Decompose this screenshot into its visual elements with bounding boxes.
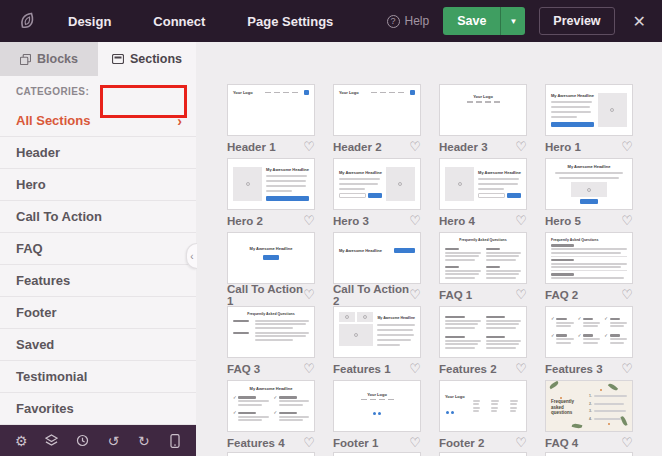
section-thumbnail-features-1[interactable]: My Awesome Headline — [333, 306, 421, 358]
section-thumbnail-header-3[interactable]: Your Logo — [439, 84, 527, 136]
category-label: Call To Action — [16, 209, 102, 224]
section-item-features-1: My Awesome Headline Features 1 ♡ — [333, 306, 421, 375]
section-item-header-1: Your Logo Header 1 ♡ — [227, 84, 315, 153]
section-thumbnail-hero-1[interactable]: My Awesome Headline — [545, 84, 633, 136]
section-thumbnail-faq-4[interactable]: Frequently asked questions 1. 2. 3. 4. — [545, 380, 633, 432]
favorite-heart-icon[interactable]: ♡ — [409, 436, 421, 449]
section-item-hero-4: My Awesome Headline Hero 4 ♡ — [439, 158, 527, 227]
section-thumbnail-faq-1[interactable]: Frequently Asked Questions — [439, 232, 527, 284]
favorite-heart-icon[interactable]: ♡ — [621, 436, 633, 449]
section-label: Header 1 — [227, 141, 276, 153]
section-label: Features 3 — [545, 363, 603, 375]
favorite-heart-icon[interactable]: ♡ — [621, 214, 633, 227]
topnav-connect[interactable]: Connect — [153, 14, 205, 29]
favorite-heart-icon[interactable]: ♡ — [621, 288, 633, 301]
favorite-heart-icon[interactable]: ♡ — [515, 214, 527, 227]
category-label: FAQ — [16, 241, 43, 256]
section-item-hero-3: My Awesome Headline Hero 3 ♡ — [333, 158, 421, 227]
section-thumbnail-footer-1[interactable]: Your Logo — [333, 380, 421, 432]
section-label: Features 2 — [439, 363, 497, 375]
section-thumbnail-footer-2[interactable]: Your Logo — [439, 380, 527, 432]
section-thumbnail-features-2[interactable] — [439, 306, 527, 358]
category-label: Hero — [16, 177, 46, 192]
favorite-heart-icon[interactable]: ♡ — [409, 214, 421, 227]
favorite-heart-icon[interactable]: ♡ — [303, 288, 315, 301]
mobile-preview-icon[interactable] — [165, 431, 185, 451]
category-label: Favorites — [16, 401, 74, 416]
section-label: FAQ 2 — [545, 289, 578, 301]
sidebar-item-hero[interactable]: Hero — [0, 169, 196, 201]
section-label: Features 4 — [227, 437, 285, 449]
section-thumbnail-hero-3[interactable]: My Awesome Headline — [333, 158, 421, 210]
section-item-footer-2: Your Logo Footer 2 ♡ — [439, 380, 527, 449]
section-item-hero-1: My Awesome Headline Hero 1 ♡ — [545, 84, 633, 153]
help-button[interactable]: ? Help — [387, 14, 430, 28]
save-button[interactable]: Save — [443, 7, 500, 35]
section-thumbnail-faq-3[interactable]: Frequently Asked Questions — [227, 306, 315, 358]
section-thumbnail-features-3[interactable]: ✓✓✓✓✓✓ — [545, 306, 633, 358]
section-thumbnail-hero-2[interactable]: My Awesome Headline — [227, 158, 315, 210]
favorite-heart-icon[interactable]: ♡ — [621, 362, 633, 375]
sidebar-item-saved[interactable]: Saved — [0, 329, 196, 361]
section-item-features-2: Features 2 ♡ — [439, 306, 527, 375]
topnav-design[interactable]: Design — [68, 14, 111, 29]
favorite-heart-icon[interactable]: ♡ — [303, 436, 315, 449]
section-thumbnail-hero-5[interactable]: My Awesome Headline — [545, 158, 633, 210]
sidebar-item-footer[interactable]: Footer — [0, 297, 196, 329]
sidebar-item-call-to-action[interactable]: Call To Action — [0, 201, 196, 233]
favorite-heart-icon[interactable]: ♡ — [409, 362, 421, 375]
section-thumbnail-header-1[interactable]: Your Logo — [227, 84, 315, 136]
help-icon: ? — [387, 15, 400, 28]
category-list: CATEGORIES: All Sections›HeaderHeroCall … — [0, 76, 196, 425]
section-label: FAQ 3 — [227, 363, 260, 375]
section-thumbnail-header-2[interactable]: Your Logo — [333, 84, 421, 136]
sidebar-item-features[interactable]: Features — [0, 265, 196, 297]
tab-sections[interactable]: Sections — [98, 42, 196, 76]
save-dropdown-button[interactable]: ▼ — [500, 7, 525, 35]
section-thumbnail-call-to-action-1[interactable]: My Awesome Headline — [227, 232, 315, 284]
favorite-heart-icon[interactable]: ♡ — [303, 362, 315, 375]
section-item-faq-3: Frequently Asked Questions FAQ 3 ♡ — [227, 306, 315, 375]
favorite-heart-icon[interactable]: ♡ — [515, 362, 527, 375]
section-label: Hero 5 — [545, 215, 581, 227]
section-thumbnail-features-4[interactable]: My Awesome Headline ✓✓✓✓ — [227, 380, 315, 432]
favorite-heart-icon[interactable]: ♡ — [303, 214, 315, 227]
sidebar-collapse-handle[interactable]: ‹ — [186, 243, 197, 269]
sidebar-item-faq[interactable]: FAQ — [0, 233, 196, 265]
section-item-call-to-action-2: My Awesome Headline Call To Action 2 ♡ — [333, 232, 421, 301]
sidebar-item-favorites[interactable]: Favorites — [0, 393, 196, 425]
section-thumbnail-call-to-action-2[interactable]: My Awesome Headline — [333, 232, 421, 284]
redo-icon[interactable]: ↻ — [134, 431, 154, 451]
favorite-heart-icon[interactable]: ♡ — [409, 288, 421, 301]
favorite-heart-icon[interactable]: ♡ — [515, 288, 527, 301]
settings-icon[interactable]: ⚙ — [11, 431, 31, 451]
section-item-header-2: Your Logo Header 2 ♡ — [333, 84, 421, 153]
chevron-left-icon: ‹ — [190, 251, 193, 262]
topnav-page-settings[interactable]: Page Settings — [247, 14, 333, 29]
tab-sections-label: Sections — [130, 52, 182, 66]
layers-icon[interactable] — [42, 431, 62, 451]
sections-sidebar: Blocks Sections CATEGORIES: All Sections… — [0, 42, 196, 456]
preview-button[interactable]: Preview — [539, 7, 614, 35]
section-label: Hero 1 — [545, 141, 581, 153]
section-thumbnail-hero-4[interactable]: My Awesome Headline — [439, 158, 527, 210]
revision-history-icon[interactable] — [73, 431, 93, 451]
sidebar-item-all-sections[interactable]: All Sections› — [0, 105, 196, 137]
sidebar-item-testimonial[interactable]: Testimonial — [0, 361, 196, 393]
favorite-heart-icon[interactable]: ♡ — [515, 140, 527, 153]
close-icon[interactable]: ✕ — [629, 12, 650, 31]
tab-blocks[interactable]: Blocks — [0, 42, 98, 76]
favorite-heart-icon[interactable]: ♡ — [303, 140, 315, 153]
section-label: Hero 3 — [333, 215, 369, 227]
section-thumbnail-faq-2[interactable]: Frequently Asked Questions — [545, 232, 633, 284]
undo-icon[interactable]: ↺ — [103, 431, 123, 451]
favorite-heart-icon[interactable]: ♡ — [409, 140, 421, 153]
favorite-heart-icon[interactable]: ♡ — [515, 436, 527, 449]
save-split-button: Save ▼ — [443, 7, 525, 35]
builder-toolbar: ⚙↺↻ — [0, 425, 196, 456]
sidebar-item-header[interactable]: Header — [0, 137, 196, 169]
section-label: Footer 2 — [439, 437, 484, 449]
categories-heading: CATEGORIES: — [0, 86, 196, 105]
help-label: Help — [405, 14, 430, 28]
favorite-heart-icon[interactable]: ♡ — [621, 140, 633, 153]
